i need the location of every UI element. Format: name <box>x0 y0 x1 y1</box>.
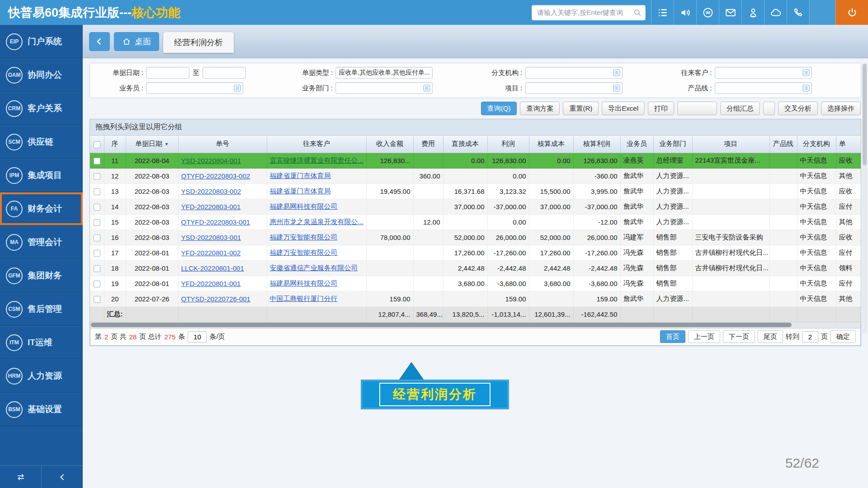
table-row-18[interactable]: 182022-08-01LLCK-20220801-001安徽省通信产业服务有限… <box>90 260 861 276</box>
table-row-17[interactable]: 172022-08-01YFD-20220801-002福建万安智能有限公司17… <box>90 245 861 260</box>
picker-input[interactable] <box>146 82 243 94</box>
toolbar-button-查询方案[interactable]: 查询方案 <box>520 102 560 115</box>
row-checkbox[interactable] <box>94 281 100 287</box>
sidebar-item-bsm[interactable]: BSM基础设置 <box>0 393 83 426</box>
sidebar-item-scm[interactable]: SCM供应链 <box>0 125 83 159</box>
page-size-input[interactable] <box>188 331 207 343</box>
customer-link[interactable]: 安徽省通信产业服务有限公司 <box>270 264 358 272</box>
doc-number-link[interactable]: YSD-20220803-002 <box>181 188 241 195</box>
tab-back-button[interactable] <box>89 32 110 51</box>
sound-button[interactable] <box>674 0 696 25</box>
sidebar-item-csm[interactable]: CSM售后管理 <box>0 292 83 326</box>
column-header-产品线[interactable]: 产品线 <box>769 136 797 153</box>
picker-input[interactable] <box>525 67 623 79</box>
customer-link[interactable]: 福建省厦门市体育局 <box>270 172 331 179</box>
customer-link[interactable]: 惠州市龙之泉温泉开发有限公... <box>270 218 364 225</box>
confirm-goto-button[interactable]: 确定 <box>830 330 856 343</box>
date-from-input[interactable] <box>146 67 189 79</box>
row-checkbox[interactable] <box>94 204 100 211</box>
column-header-利润[interactable]: 利润 <box>487 136 529 153</box>
column-header-核算成本[interactable]: 核算成本 <box>529 136 573 153</box>
column-header-业务员[interactable]: 业务员 <box>620 136 653 153</box>
doc-number-link[interactable]: YSD-20220803-001 <box>181 234 241 241</box>
column-header-核算利润[interactable]: 核算利润 <box>573 136 620 153</box>
picker-input[interactable] <box>715 82 812 94</box>
sidebar-item-ma[interactable]: MA管理会计 <box>0 225 83 259</box>
collapse-sidebar-icon[interactable] <box>42 466 83 488</box>
doc-number-link[interactable]: LLCK-20220801-001 <box>181 264 244 272</box>
swap-icon[interactable] <box>0 466 42 488</box>
sidebar-item-fa[interactable]: FA财务会计 <box>0 192 83 225</box>
first-page-button[interactable]: 首页 <box>660 330 685 343</box>
column-header-单据日期[interactable]: 单据日期▼ <box>126 136 178 153</box>
customer-link[interactable]: 宜宾骏继洪骥置业有限责任公... <box>270 156 364 164</box>
picker-input[interactable] <box>525 82 623 94</box>
select-all-checkbox[interactable] <box>94 141 100 148</box>
column-header-项目[interactable]: 项目 <box>692 136 769 153</box>
toolbar-button-分组汇总[interactable]: 分组汇总 <box>720 102 760 115</box>
vertical-scrollbar[interactable] <box>862 63 867 334</box>
sidebar-item-crm[interactable]: CRM客户关系 <box>0 92 83 125</box>
column-header-直接成本[interactable]: 直接成本 <box>443 136 487 153</box>
date-to-input[interactable] <box>203 67 246 79</box>
horizontal-scrollbar[interactable] <box>90 322 861 328</box>
customer-link[interactable]: 福建易网科技有限公司 <box>270 202 338 210</box>
row-checkbox[interactable] <box>94 235 100 241</box>
customer-link[interactable]: 福建万安智能有限公司 <box>270 233 338 241</box>
column-header-往来客户[interactable]: 往来客户 <box>267 136 366 153</box>
row-checkbox[interactable] <box>94 250 100 257</box>
doc-number-link[interactable]: QTYFD-20220803-002 <box>181 172 250 180</box>
table-row-19[interactable]: 192022-08-01YFD-20220801-001福建易网科技有限公司3,… <box>90 276 861 291</box>
group-by-bar[interactable]: 拖拽列头到这里以用它分组 <box>90 119 861 136</box>
column-header-收入金额[interactable]: 收入金额 <box>366 136 413 153</box>
list-picker-icon[interactable] <box>423 84 430 92</box>
customer-link[interactable]: 福建省厦门市体育局 <box>270 187 331 195</box>
toolbar-button-选择操作[interactable]: 选择操作 <box>821 102 861 115</box>
search-input[interactable] <box>536 8 633 17</box>
customer-link[interactable]: 中国工商银行厦门分行 <box>270 295 338 302</box>
table-row-13[interactable]: 132022-08-03YSD-20220803-002福建省厦门市体育局19,… <box>90 183 861 199</box>
table-row-16[interactable]: 162022-08-03YSD-20220803-001福建万安智能有限公司78… <box>90 230 861 245</box>
list-picker-icon[interactable] <box>802 69 810 76</box>
horizontal-scrollbar-thumb[interactable] <box>91 323 792 327</box>
phone-button[interactable] <box>787 0 809 25</box>
list-picker-icon[interactable] <box>613 84 620 92</box>
column-header-分支机构[interactable]: 分支机构 <box>797 136 836 153</box>
toolbar-button-导出Excel[interactable]: 导出Excel <box>602 102 645 115</box>
toolbar-button-blank[interactable] <box>677 102 717 115</box>
cloud-button[interactable] <box>764 0 787 25</box>
row-checkbox[interactable] <box>94 158 100 164</box>
power-button[interactable] <box>835 0 868 25</box>
row-checkbox[interactable] <box>94 188 100 195</box>
picker-input[interactable] <box>335 82 433 94</box>
toolbar-button-blank[interactable] <box>763 102 775 115</box>
list-picker-icon[interactable] <box>613 69 620 76</box>
doc-number-link[interactable]: YFD-20220801-002 <box>181 249 241 257</box>
sidebar-item-itm[interactable]: ITMIT运维 <box>0 326 83 359</box>
customer-link[interactable]: 福建万安智能有限公司 <box>270 249 338 256</box>
doc-number-link[interactable]: YFD-20220803-001 <box>181 203 241 211</box>
vertical-scrollbar-thumb[interactable] <box>863 64 867 165</box>
sidebar-item-gfm[interactable]: GFM集团财务 <box>0 259 83 292</box>
sidebar-item-hrm[interactable]: HRM人力资源 <box>0 359 83 393</box>
doc-number-link[interactable]: YFD-20220801-001 <box>181 280 241 287</box>
table-row-15[interactable]: 152022-08-03QTYFD-20220803-001惠州市龙之泉温泉开发… <box>90 214 861 230</box>
toolbar-button-查询(Q)[interactable]: 查询(Q) <box>481 102 517 115</box>
table-row-12[interactable]: 122022-08-03QTYFD-20220803-002福建省厦门市体育局3… <box>90 168 861 183</box>
doc-number-link[interactable]: QTYSD-20220726-001 <box>181 295 250 303</box>
customer-link[interactable]: 福建易网科技有限公司 <box>270 279 338 287</box>
doc-number-link[interactable]: QTYFD-20220803-001 <box>181 218 250 226</box>
toolbar-button-交叉分析[interactable]: 交叉分析 <box>778 102 818 115</box>
mail-button[interactable] <box>719 0 741 25</box>
blank-button[interactable] <box>809 0 835 25</box>
column-header-业务部门[interactable]: 业务部门 <box>653 136 692 153</box>
list-picker-icon[interactable] <box>234 84 241 92</box>
user-button[interactable] <box>741 0 764 25</box>
table-row-11[interactable]: 112022-08-04YSD-20220804-001宜宾骏继洪骥置业有限责任… <box>90 153 861 168</box>
row-checkbox[interactable] <box>94 219 100 226</box>
column-header-单号[interactable]: 单号 <box>178 136 267 153</box>
select-all-header[interactable] <box>90 136 104 153</box>
list-picker-icon[interactable] <box>802 84 810 92</box>
goto-page-input[interactable] <box>802 331 818 343</box>
row-checkbox[interactable] <box>94 265 100 272</box>
